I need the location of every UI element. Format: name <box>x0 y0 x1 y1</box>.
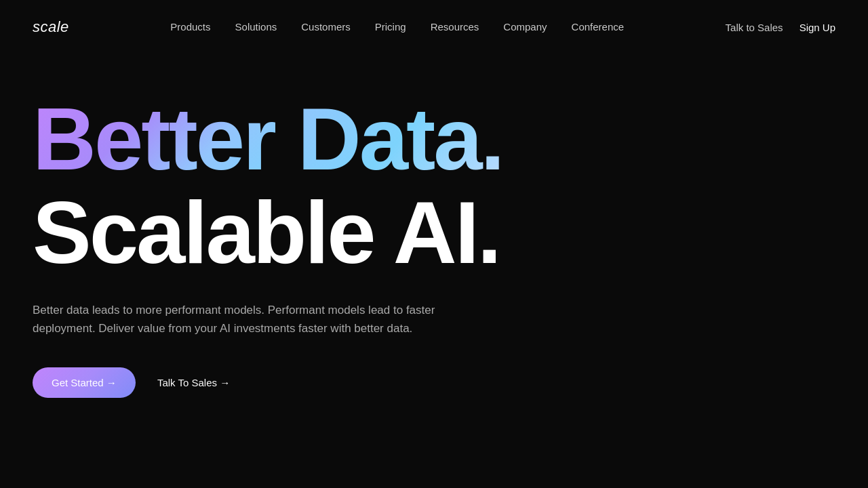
nav-actions: Talk to Sales Sign Up <box>726 22 835 33</box>
talk-to-sales-button[interactable]: Talk To Sales → <box>157 377 230 388</box>
hero-line-1: Better Data. <box>33 95 835 183</box>
hero-word-better: Better <box>33 89 275 188</box>
nav-item-company[interactable]: Company <box>503 21 547 33</box>
get-started-button[interactable]: Get Started → <box>33 367 136 398</box>
hero-description: Better data leads to more performant mod… <box>33 301 494 338</box>
nav-item-resources[interactable]: Resources <box>431 21 479 33</box>
nav-item-pricing[interactable]: Pricing <box>375 21 406 33</box>
hero-section: Better Data. Scalable AI. Better data le… <box>0 54 868 398</box>
nav-item-customers[interactable]: Customers <box>301 21 351 33</box>
nav-item-products[interactable]: Products <box>170 21 210 33</box>
hero-headline: Better Data. Scalable AI. <box>33 95 835 277</box>
nav-item-conference[interactable]: Conference <box>572 21 625 33</box>
hero-line-2: Scalable AI. <box>33 188 835 277</box>
nav-item-solutions[interactable]: Solutions <box>235 21 277 33</box>
sign-up-nav[interactable]: Sign Up <box>800 22 835 33</box>
logo[interactable]: scale <box>33 18 69 36</box>
hero-word-data: Data. <box>298 89 503 188</box>
talk-to-sales-nav[interactable]: Talk to Sales <box>726 22 783 33</box>
nav-links: Products Solutions Customers Pricing Res… <box>170 21 624 33</box>
hero-cta: Get Started → Talk To Sales → <box>33 367 835 398</box>
navigation: scale Products Solutions Customers Prici… <box>0 0 868 54</box>
